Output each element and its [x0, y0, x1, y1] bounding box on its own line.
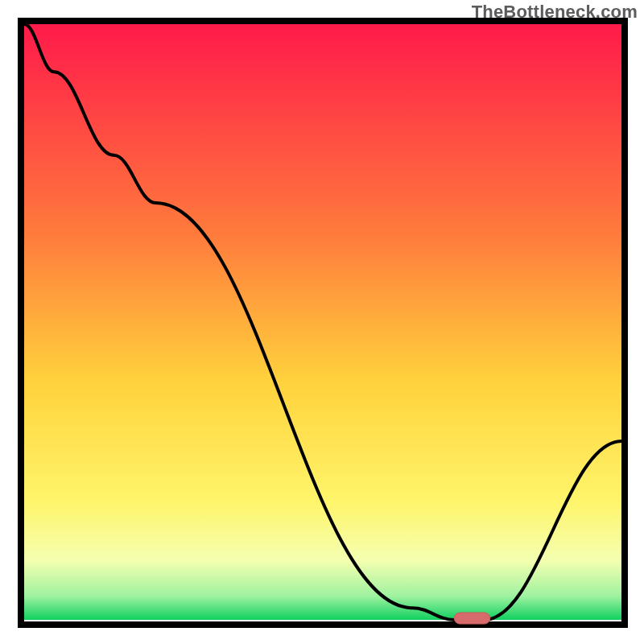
chart-stage: TheBottleneck.com: [0, 0, 644, 644]
bottleneck-chart: [0, 0, 644, 644]
plot-gradient: [24, 24, 621, 620]
optimum-marker: [454, 613, 490, 624]
